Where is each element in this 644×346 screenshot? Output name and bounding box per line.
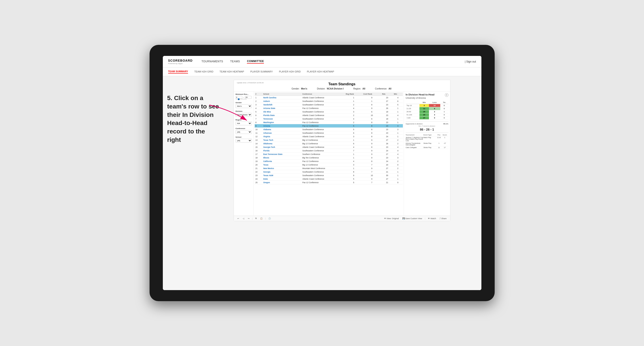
table-row[interactable]: 14 Oklahoma Big 12 Conference 6 9 26 2 xyxy=(255,142,403,145)
h2h-panel: In Division Head-to-Head ✕ University of… xyxy=(404,91,450,216)
clock-button[interactable]: 🕐 xyxy=(268,217,272,220)
school-name[interactable]: Florida xyxy=(262,149,302,153)
undo-button[interactable]: ↩ xyxy=(236,217,240,220)
region-meta: Region: All xyxy=(353,87,365,90)
school-name[interactable]: Vanderbilt xyxy=(262,103,302,107)
school-name[interactable]: Virginia xyxy=(262,135,302,138)
nav-tournaments[interactable]: TOURNAMENTS xyxy=(202,60,223,63)
table-row[interactable]: 12 Virginia Atlantic Coast Conference 3 … xyxy=(255,135,403,138)
table-row[interactable]: 21 New Mexico Mountain West Conference 1… xyxy=(255,167,403,170)
table-row[interactable]: 20 Texas Big 12 Conference 3 7 20 0 xyxy=(255,163,403,167)
back-button[interactable]: ◁ xyxy=(242,217,245,220)
h2h-col-loss: Loss xyxy=(429,101,440,104)
school-name[interactable]: Auburn xyxy=(262,99,302,103)
table-row[interactable]: 22 Georgia Southeastern Conference 8 7 2… xyxy=(255,170,403,174)
table-row[interactable]: 19 California Pac-12 Conference 4 8 24 2 xyxy=(255,160,403,163)
school-name[interactable]: Georgia xyxy=(262,170,302,174)
subnav-team-h2h-heatmap[interactable]: TEAM H2H HEATMAP xyxy=(220,70,244,73)
table-row[interactable]: 1 North Carolina Atlantic Coast Conferen… xyxy=(255,96,403,99)
school-name[interactable]: New Mexico xyxy=(262,167,302,170)
sign-out[interactable]: | Sign out xyxy=(465,60,476,63)
subnav-player-h2h-heatmap[interactable]: PLAYER H2H HEATMAP xyxy=(307,70,334,73)
max-rounds-input[interactable] xyxy=(245,96,252,99)
table-row[interactable]: 16 Florida Southeastern Conference 7 9 2… xyxy=(255,149,403,153)
rounds-slider[interactable] xyxy=(236,99,247,99)
school-name[interactable]: Duke xyxy=(262,177,302,181)
h2h-opponents-row: Opponents in division: 99.1% xyxy=(406,123,448,125)
table-row[interactable]: 5 Ole Miss Southeastern Conference 3 6 1… xyxy=(255,110,403,114)
sub-nav: TEAM SUMMARY TEAM H2H GRID TEAM H2H HEAT… xyxy=(163,67,482,76)
redo-button[interactable]: ↪ xyxy=(247,217,250,220)
th-conf-rank: Conf Rank xyxy=(362,92,381,96)
table-row[interactable]: 7 Tennessee Southeastern Conference 4 6 … xyxy=(255,117,403,121)
h2h-close-button[interactable]: ✕ xyxy=(445,93,448,97)
school-name[interactable]: Arizona State xyxy=(262,107,302,110)
subnav-team-summary[interactable]: TEAM SUMMARY xyxy=(168,70,188,74)
school-name[interactable]: Texas xyxy=(262,163,302,167)
h2h-row: 26-50 25 2 1 xyxy=(406,110,448,113)
table-row[interactable]: 6 Florida State Atlantic Coast Conferenc… xyxy=(255,114,403,117)
school-name[interactable]: East Tennessee State xyxy=(262,153,302,156)
table-row[interactable]: 10 Alabama Southeastern Conference 5 8 2… xyxy=(255,128,403,131)
school-name[interactable]: Alabama xyxy=(262,128,302,131)
panel-meta: Gender: Men's Division: NCAA Division I … xyxy=(238,87,447,90)
arrow-annotation xyxy=(207,103,251,129)
h2h-row: 51-100 20 3 0 xyxy=(406,113,448,116)
panel-header: Update time: 27/03/2024 16:56:26 Team St… xyxy=(234,80,450,91)
school-name[interactable]: Arizona xyxy=(262,124,302,128)
school-name[interactable]: Georgia Tech xyxy=(262,145,302,149)
h2h-divider-2 xyxy=(406,133,448,133)
tournament-row: Arizona Thunderbirds Intercollegiate Str… xyxy=(406,143,448,146)
conference-select[interactable]: (All) xyxy=(236,130,252,134)
nav-teams[interactable]: TEAMS xyxy=(230,60,240,63)
view-original-button[interactable]: 👁 View: Original xyxy=(383,217,400,220)
table-row[interactable]: 24 Duke Atlantic Coast Conference 5 9 27… xyxy=(255,177,403,181)
school-name[interactable]: Oregon xyxy=(262,181,302,184)
h2h-row: 11-25 11 8 0 xyxy=(406,107,448,110)
standings-table: # School Conference Reg Rank Conf Rank R… xyxy=(255,92,403,184)
subnav-team-h2h-grid[interactable]: TEAM H2H GRID xyxy=(194,70,213,73)
nav-committee[interactable]: COMMITTEE xyxy=(247,60,264,64)
table-row[interactable]: 13 Texas Tech Big 12 Conference 1 9 27 2 xyxy=(255,138,403,142)
table-row[interactable]: 9 Arizona Pac-12 Conference 5 8 23 3 xyxy=(255,124,403,128)
table-row[interactable]: 8 Washington Pac-12 Conference 2 8 23 1 xyxy=(255,121,403,124)
table-row[interactable]: 4 Arizona State Pac-12 Conference 4 9 26… xyxy=(255,107,403,110)
table-row[interactable]: 15 Georgia Tech Atlantic Coast Conferenc… xyxy=(255,145,403,149)
table-row[interactable]: 3 Vanderbilt Southeastern Conference 2 8… xyxy=(255,103,403,107)
th-num: # xyxy=(255,92,262,96)
watch-button[interactable]: 👁 Watch xyxy=(427,217,437,220)
share-button[interactable]: ⤴ Share xyxy=(439,217,448,220)
paste-button[interactable]: 📋 xyxy=(259,217,264,220)
school-name[interactable]: California xyxy=(262,160,302,163)
school-name[interactable]: Florida State xyxy=(262,114,302,117)
subnav-player-summary[interactable]: PLAYER SUMMARY xyxy=(250,70,273,73)
school-name[interactable]: Washington xyxy=(262,121,302,124)
school-name[interactable]: Texas Tech xyxy=(262,138,302,142)
table-row[interactable]: 18 Illinois Big Ten Conference 1 9 23 3 xyxy=(255,156,403,160)
subnav-player-h2h-grid[interactable]: PLAYER H2H GRID xyxy=(279,70,301,73)
table-row[interactable]: 11 Arkansas Southeastern Conference 6 8 … xyxy=(255,131,403,135)
school-name[interactable]: Ole Miss xyxy=(262,110,302,114)
school-name[interactable]: Oklahoma xyxy=(262,142,302,145)
table-row[interactable]: 25 Oregon Pac-12 Conference 5 7 21 0 xyxy=(255,181,403,184)
school-name[interactable]: Illinois xyxy=(262,156,302,160)
division-meta: Division: NCAA Division I xyxy=(317,87,344,90)
main-content: 5. Click on a team's row to see their In… xyxy=(163,76,482,290)
save-custom-button[interactable]: 💾 Save Custom View xyxy=(402,217,423,220)
school-name[interactable]: North Carolina xyxy=(262,96,302,99)
th-school: School xyxy=(262,92,302,96)
table-row[interactable]: 23 Texas A&M Southeastern Conference 9 1… xyxy=(255,174,403,177)
school-name[interactable]: Texas A&M xyxy=(262,174,302,177)
table-row[interactable]: 2 Auburn Southeastern Conference 1 1 27 … xyxy=(255,99,403,103)
school-name[interactable]: Tennessee xyxy=(262,117,302,121)
school-select[interactable]: (All) xyxy=(236,139,252,143)
nav-links: TOURNAMENTS TEAMS COMMITTEE xyxy=(202,60,465,64)
filter-school: School (All) xyxy=(236,136,252,143)
table-row[interactable]: 17 East Tennessee State Southern Confere… xyxy=(255,153,403,156)
copy-button[interactable]: ⧉ xyxy=(254,217,258,220)
panel-title: Team Standings xyxy=(238,82,447,86)
h2h-row: Top 10 3 13 0 xyxy=(406,104,448,107)
th-win: Win xyxy=(393,92,403,96)
school-name[interactable]: Arkansas xyxy=(262,131,302,135)
panel-body: Minimum Rou... – xyxy=(234,91,450,216)
